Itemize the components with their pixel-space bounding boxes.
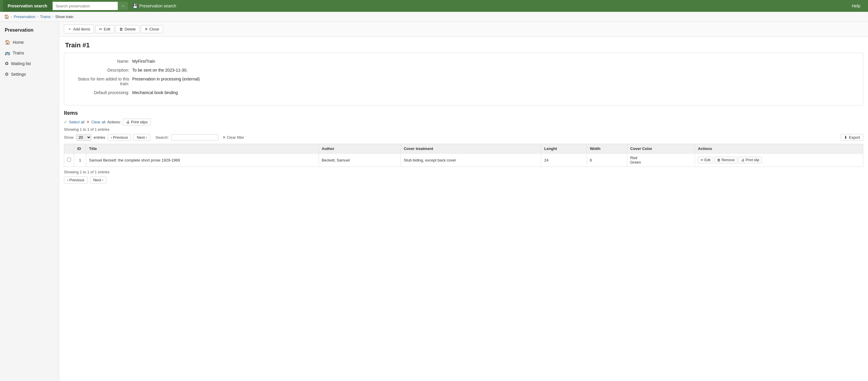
items-actions-bar: ✓ Select all ✕ Clear all Actions: 🖨 Prin… xyxy=(64,119,863,125)
row-length: 24 xyxy=(541,154,587,167)
close-button[interactable]: ✕ Close xyxy=(141,25,163,33)
top-next-button[interactable]: Next › xyxy=(133,134,150,141)
home-icon: 🏠 xyxy=(4,14,9,19)
col-header-actions: Actions xyxy=(695,144,863,154)
row-author: Beckett, Samuel xyxy=(319,154,401,167)
col-header-id: ID xyxy=(74,144,86,154)
bottom-next-button[interactable]: Next › xyxy=(90,177,106,183)
main-layout: Preservation 🏠 Home 🚌 Trains ♻ Waiting l… xyxy=(0,22,868,381)
description-label: Description: xyxy=(73,68,132,72)
preservation-icon: 💾 xyxy=(132,4,137,8)
row-title: Samuel Beckett: the complete short prose… xyxy=(86,154,319,167)
status-value: Preservation in processing (external) xyxy=(132,76,200,86)
status-label: Status for item added to this train: xyxy=(73,76,132,86)
topbar-brand[interactable]: Preservation search xyxy=(3,0,52,12)
items-table: ID Title Author Cover treatment Lenght W… xyxy=(64,144,863,167)
bottom-chevron-right-icon: › xyxy=(102,178,103,182)
row-edit-button[interactable]: ✏ Edit xyxy=(698,157,713,163)
search-label: Search: xyxy=(156,135,169,139)
filter-input[interactable] xyxy=(171,134,218,140)
col-header-cover-treatment: Cover treatment xyxy=(401,144,541,154)
export-button[interactable]: ⬇ Export xyxy=(841,134,863,141)
clear-all-button[interactable]: Clear all xyxy=(91,120,105,124)
sidebar: Preservation 🏠 Home 🚌 Trains ♻ Waiting l… xyxy=(0,22,59,381)
edit-icon: ✏ xyxy=(99,27,102,31)
add-items-button[interactable]: ＋ Add items xyxy=(64,25,94,33)
processing-value: Mechanical book binding xyxy=(132,90,178,95)
trains-icon: 🚌 xyxy=(5,50,10,56)
delete-icon: 🗑 xyxy=(119,27,123,31)
row-width: 6 xyxy=(587,154,627,167)
add-icon: ＋ xyxy=(68,26,71,32)
select-all-button[interactable]: Select all xyxy=(69,120,85,124)
x-icon: ✕ xyxy=(86,120,90,124)
sidebar-item-home[interactable]: 🏠 Home xyxy=(0,37,59,47)
bottom-chevron-left-icon: ‹ xyxy=(67,178,68,182)
search-input[interactable] xyxy=(53,2,118,10)
train-info-card: Name: MyFirstTrain Description: To be se… xyxy=(64,53,863,105)
sidebar-home-label: Home xyxy=(13,40,24,45)
bottom-showing-text: Showing 1 to 1 of 1 entries xyxy=(64,170,863,174)
col-header-cover-color: Cover Color xyxy=(627,144,695,154)
content-area: ＋ Add items ✏ Edit 🗑 Delete ✕ Close Trai… xyxy=(59,22,868,381)
row-checkbox-cell xyxy=(64,154,74,167)
sidebar-title: Preservation xyxy=(0,25,59,37)
items-section: Items ✓ Select all ✕ Clear all Actions: … xyxy=(64,110,863,183)
check-icon: ✓ xyxy=(64,120,67,124)
showing-text: Showing 1 to 1 of 1 entries xyxy=(64,127,863,132)
col-header-length: Lenght xyxy=(541,144,587,154)
print-slips-button[interactable]: 🖨 Print slips xyxy=(123,119,151,125)
bottom-previous-button[interactable]: ‹ Previous xyxy=(64,177,88,183)
processing-label: Default processing: xyxy=(73,90,132,95)
delete-button[interactable]: 🗑 Delete xyxy=(115,25,140,33)
breadcrumb-sep-1: › xyxy=(11,15,12,18)
topbar: Preservation search → 💾 Preservation sea… xyxy=(0,0,868,12)
top-pagination-row: Show 10 20 50 100 entries ‹ Previous Nex… xyxy=(64,134,863,141)
edit-button[interactable]: ✏ Edit xyxy=(95,25,114,33)
waiting-list-icon: ♻ xyxy=(5,61,8,66)
info-row-status: Status for item added to this train: Pre… xyxy=(73,76,854,86)
show-label: Show xyxy=(64,135,74,139)
home-icon: 🏠 xyxy=(5,40,10,45)
clear-x-icon: ✕ xyxy=(222,135,226,139)
remove-trash-icon: 🗑 xyxy=(717,158,721,162)
row-cover-color: Red Green xyxy=(627,154,695,167)
row-remove-button[interactable]: 🗑 Remove xyxy=(714,157,738,163)
top-previous-button[interactable]: ‹ Previous xyxy=(108,134,131,141)
breadcrumb-sep-2: › xyxy=(37,15,38,18)
row-id: 1 xyxy=(74,154,86,167)
items-title: Items xyxy=(64,110,863,116)
help-link[interactable]: Help xyxy=(847,4,865,8)
entries-select[interactable]: 10 20 50 100 xyxy=(76,134,91,141)
info-row-name: Name: MyFirstTrain xyxy=(73,59,854,64)
clear-filter-button[interactable]: ✕ Clear filter xyxy=(221,134,246,140)
row-actions: ✏ Edit 🗑 Remove 🖨 Print slip xyxy=(695,154,863,167)
sidebar-waiting-label: Waiting list xyxy=(11,61,31,66)
sidebar-item-trains[interactable]: 🚌 Trains xyxy=(0,47,59,58)
col-header-width: Width xyxy=(587,144,627,154)
page-title: Train #1 xyxy=(59,37,868,53)
settings-icon: ⚙ xyxy=(5,72,8,77)
bottom-pagination-row: ‹ Previous Next › xyxy=(64,177,863,183)
row-checkbox[interactable] xyxy=(67,158,71,161)
breadcrumb-sep-3: › xyxy=(52,15,54,18)
sidebar-settings-label: Settings xyxy=(11,72,26,76)
table-row: 1 Samuel Beckett: the complete short pro… xyxy=(64,154,863,167)
row-cover-treatment: Stub biding, except back cover xyxy=(401,154,541,167)
export-icon: ⬇ xyxy=(844,135,847,139)
col-header-checkbox xyxy=(64,144,74,154)
col-header-author: Author xyxy=(319,144,401,154)
breadcrumb-preservation[interactable]: Preservation xyxy=(14,14,35,19)
breadcrumb-trains[interactable]: Trains xyxy=(40,14,51,19)
search-submit-button[interactable]: → xyxy=(118,2,128,10)
close-icon: ✕ xyxy=(145,27,148,31)
toolbar: ＋ Add items ✏ Edit 🗑 Delete ✕ Close xyxy=(59,22,868,37)
sidebar-item-waiting-list[interactable]: ♻ Waiting list xyxy=(0,58,59,69)
sidebar-item-settings[interactable]: ⚙ Settings xyxy=(0,69,59,80)
entries-label: entries xyxy=(94,135,105,139)
preservation-search-link[interactable]: 💾 Preservation search xyxy=(128,0,181,12)
chevron-right-icon: › xyxy=(146,135,147,139)
row-print-slip-button[interactable]: 🖨 Print slip xyxy=(738,157,762,163)
description-value: To be sent on the 2023-11-30. xyxy=(132,68,188,72)
name-value: MyFirstTrain xyxy=(132,59,155,64)
